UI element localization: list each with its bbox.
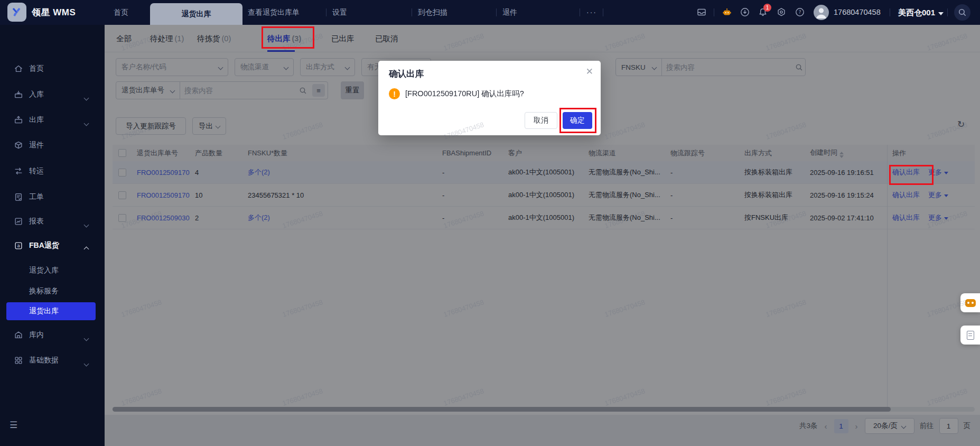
transfer-arrows-icon	[14, 166, 23, 176]
svg-text:a: a	[17, 243, 20, 248]
topnav-active-tab-label: 退货出库	[182, 10, 211, 19]
home-icon	[14, 64, 23, 73]
outbound-box-icon	[14, 115, 23, 125]
chevron-down-icon	[84, 336, 89, 341]
sidebar-item-inbound[interactable]: 入库	[0, 86, 105, 104]
sidebar-item-reports[interactable]: 报表	[0, 212, 105, 230]
sidebar-item-transfer[interactable]: 转运	[0, 162, 105, 180]
confirm-outbound-modal: 确认出库 ✕ ! [FRO0012509170RU] 确认出库吗? 取消 确定	[378, 61, 601, 135]
sidebar-item-label: 库内	[29, 330, 44, 340]
topnav-returns[interactable]: 退件	[502, 0, 517, 25]
sidebar-item-label: FBA退货	[29, 241, 59, 250]
inbound-box-icon	[14, 90, 23, 99]
modal-title: 确认出库	[389, 68, 424, 80]
settings-gear-icon[interactable]	[776, 7, 787, 17]
chevron-up-icon	[84, 247, 89, 252]
topnav-home[interactable]: 首页	[114, 0, 128, 25]
topnav-separator	[714, 8, 714, 16]
topnav-separator	[947, 8, 948, 16]
topnav-separator	[890, 8, 890, 16]
sidebar-item-returns[interactable]: 退件	[0, 136, 105, 154]
report-chart-icon	[14, 217, 23, 226]
sidebar-item-label: 基础数据	[29, 356, 59, 365]
ok-button[interactable]: 确定	[563, 112, 592, 129]
chevron-down-icon	[84, 121, 89, 126]
topbar: 领星 WMS 首页 退货出库 查看退货出库单 设置 到仓扫描 退件 ··· 1 …	[0, 0, 980, 25]
sidebar-item-label: 工单	[29, 192, 44, 202]
sidebar-item-label: 出库	[29, 115, 44, 125]
sidebar: 首页 入库 出库 退件 转运 工单 报表 a FBA退货 退货入库 换标服务 退…	[0, 25, 105, 446]
topnav-separator	[603, 8, 603, 16]
topnav-separator	[326, 8, 326, 16]
warehouse-selector[interactable]: 美西仓001	[898, 0, 944, 25]
app-logo: 领星 WMS	[7, 3, 76, 22]
sidebar-subitem-relabel-service[interactable]: 换标服务	[6, 282, 96, 300]
robot-assistant-icon[interactable]	[722, 7, 732, 17]
svg-text:?: ?	[798, 9, 801, 15]
sidebar-item-label: 退件	[29, 141, 44, 150]
app-logo-icon	[7, 3, 26, 22]
sidebar-item-label: 入库	[29, 90, 44, 99]
notifications-bell-icon[interactable]: 1	[758, 7, 768, 17]
feedback-doc-button[interactable]	[960, 326, 980, 345]
warehouse-name: 美西仓001	[898, 8, 935, 17]
sidebar-item-warehouse-ops[interactable]: 库内	[0, 326, 105, 344]
sidebar-item-home[interactable]: 首页	[0, 60, 105, 78]
user-phone[interactable]: 17680470458	[834, 0, 881, 25]
sidebar-item-base-data[interactable]: 基础数据	[0, 351, 105, 369]
sidebar-subitem-return-inbound[interactable]: 退货入库	[6, 262, 96, 280]
download-center-icon[interactable]	[740, 7, 750, 17]
fba-icon: a	[14, 241, 23, 250]
topnav-arrival-scan[interactable]: 到仓扫描	[418, 0, 447, 25]
return-package-icon	[14, 141, 23, 150]
work-order-icon	[14, 192, 23, 202]
topnav-more[interactable]: ···	[586, 0, 597, 25]
warehouse-icon	[14, 330, 23, 340]
grid-data-icon	[14, 356, 23, 365]
app-title: 领星 WMS	[32, 6, 76, 18]
topnav-view-orders[interactable]: 查看退货出库单	[248, 0, 300, 25]
topnav-separator	[412, 8, 412, 16]
close-icon[interactable]: ✕	[586, 66, 593, 77]
collapse-sidebar-icon[interactable]: ☰	[10, 420, 17, 431]
chevron-down-icon	[84, 96, 89, 101]
sidebar-subitem-label: 退货出库	[29, 306, 59, 316]
modal-message: [FRO0012509170RU] 确认出库吗?	[405, 89, 524, 99]
sidebar-subitem-return-outbound[interactable]: 退货出库	[6, 302, 96, 320]
chevron-down-icon	[84, 361, 89, 367]
assistant-robot-button[interactable]	[960, 293, 980, 312]
document-icon	[967, 331, 974, 340]
user-avatar[interactable]	[814, 5, 829, 20]
sidebar-item-label: 转运	[29, 166, 44, 176]
sidebar-subitem-label: 换标服务	[29, 286, 59, 296]
cancel-button[interactable]: 取消	[525, 112, 557, 129]
inbox-icon[interactable]	[696, 7, 707, 17]
sidebar-subitem-label: 退货入库	[29, 266, 59, 275]
caret-down-icon	[938, 12, 944, 15]
notification-badge: 1	[763, 4, 771, 12]
sidebar-item-label: 报表	[29, 217, 44, 226]
chevron-down-icon	[84, 222, 89, 228]
sidebar-item-workorder[interactable]: 工单	[0, 188, 105, 206]
global-search-button[interactable]	[954, 4, 970, 21]
topnav-settings[interactable]: 设置	[332, 0, 347, 25]
sidebar-item-fba-returns[interactable]: a FBA退货	[0, 237, 105, 255]
topnav-active-tab[interactable]: 退货出库	[150, 3, 242, 25]
topnav-separator	[496, 8, 497, 16]
warning-icon: !	[389, 88, 400, 99]
sidebar-item-label: 首页	[29, 64, 44, 73]
topnav-separator	[580, 8, 580, 16]
help-icon[interactable]: ?	[795, 7, 805, 17]
sidebar-item-outbound[interactable]: 出库	[0, 111, 105, 129]
robot-icon	[965, 299, 976, 307]
